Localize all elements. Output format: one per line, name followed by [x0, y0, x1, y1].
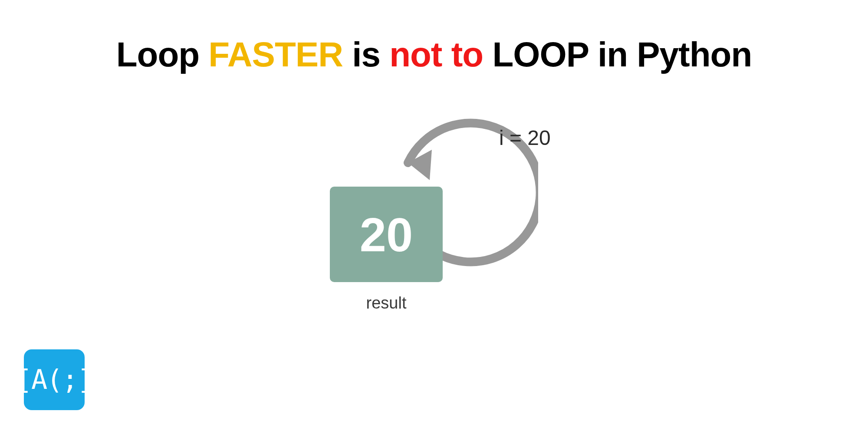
- headline-word-loop: Loop: [116, 35, 199, 74]
- svg-marker-0: [408, 150, 432, 180]
- headline-word-rest: LOOP in Python: [492, 35, 752, 74]
- headline-word-faster: FASTER: [208, 35, 343, 74]
- brand-logo: [A(;]: [24, 349, 85, 410]
- headline-word-is: is: [352, 35, 380, 74]
- result-label: result: [330, 294, 443, 312]
- iteration-label: i = 20: [499, 126, 551, 150]
- headline: Loop FASTER is not to LOOP in Python: [0, 35, 868, 75]
- loop-diagram: 20 result i = 20: [312, 128, 582, 354]
- brand-logo-text: [A(;]: [16, 366, 93, 393]
- result-value: 20: [360, 207, 413, 262]
- result-box: 20: [330, 187, 443, 282]
- headline-word-not-to: not to: [389, 35, 483, 74]
